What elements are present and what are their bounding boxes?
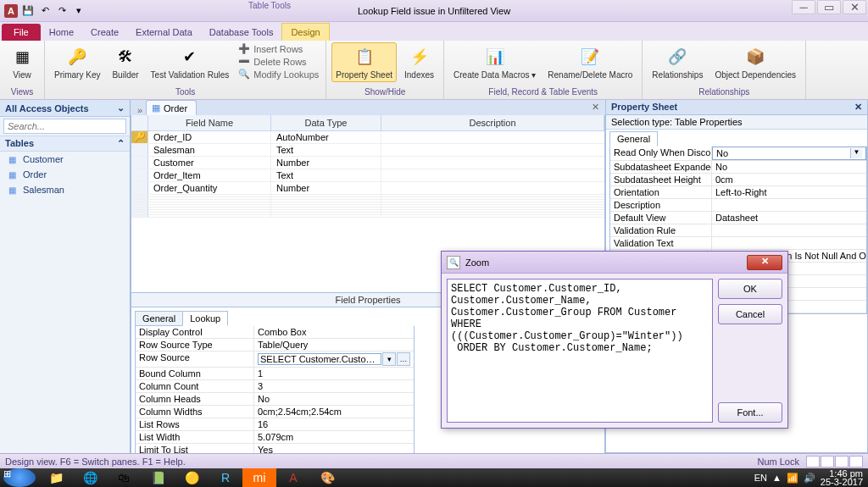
lookup-prop-row[interactable]: List Rows16: [136, 418, 414, 431]
save-icon[interactable]: 💾: [20, 3, 36, 19]
delete-rows-button[interactable]: ➖Delete Rows: [236, 55, 320, 68]
create-data-macros-button[interactable]: 📊Create Data Macros ▾: [449, 42, 540, 82]
start-button[interactable]: ⊞: [3, 468, 36, 487]
nav-item-salesman[interactable]: Salesman: [0, 182, 130, 197]
tray-network-icon: 📶: [787, 473, 798, 484]
lookup-prop-row[interactable]: Column Count3: [136, 380, 414, 393]
tab-lookup[interactable]: Lookup: [182, 311, 228, 326]
tab-external-data[interactable]: External Data: [127, 24, 201, 41]
field-row[interactable]: Order_ItemText: [131, 169, 604, 182]
restore-button[interactable]: ▭: [817, 0, 841, 14]
lookup-prop-row[interactable]: Bound Column1: [136, 368, 414, 380]
minimize-button[interactable]: ─: [792, 0, 815, 14]
property-row[interactable]: Validation Text: [610, 237, 866, 250]
system-tray[interactable]: EN ▲ 📶 🔊 1:46 pm25-3-2017: [749, 469, 868, 486]
object-tab-close[interactable]: ✕: [588, 102, 602, 115]
tab-general[interactable]: General: [135, 311, 183, 326]
ok-button[interactable]: OK: [718, 279, 782, 299]
builder-button[interactable]: 🛠Builder: [108, 42, 142, 82]
zoom-title: Zoom: [465, 257, 489, 268]
group-label-tools: Tools: [50, 87, 320, 99]
ps-tab-general[interactable]: General: [609, 131, 658, 147]
relationships-button[interactable]: 🔗Relationships: [648, 42, 707, 82]
delete-row-icon: ➖: [238, 56, 250, 67]
undo-icon[interactable]: ↶: [37, 3, 53, 19]
close-button[interactable]: ✕: [843, 0, 866, 14]
field-row[interactable]: SalesmanText: [131, 144, 604, 157]
lookup-prop-row[interactable]: List Width5.079cm: [136, 431, 414, 444]
file-tab[interactable]: File: [2, 24, 41, 41]
tray-clock[interactable]: 1:46 pm25-3-2017: [821, 469, 863, 486]
tb-mi[interactable]: mi: [242, 468, 276, 487]
view-button[interactable]: ▦View: [5, 42, 39, 82]
indexes-button[interactable]: ⚡Indexes: [400, 42, 438, 82]
builder-icon[interactable]: …: [397, 352, 410, 366]
primary-key-button[interactable]: 🔑Primary Key: [50, 42, 104, 82]
validation-icon: ✔: [178, 45, 202, 69]
tab-design[interactable]: Design: [281, 23, 329, 41]
navigation-pane: All Access Objects⌄ Tables⌃ CustomerOrde…: [0, 100, 131, 453]
indexes-icon: ⚡: [408, 45, 431, 69]
search-input[interactable]: [3, 119, 126, 134]
tab-home[interactable]: Home: [41, 24, 82, 41]
qat-more-icon[interactable]: ▾: [71, 3, 86, 19]
property-row[interactable]: OrientationLeft-to-Right: [610, 186, 866, 199]
property-sheet-close[interactable]: ✕: [854, 102, 862, 113]
tray-lang[interactable]: EN: [754, 473, 767, 483]
tb-app[interactable]: R: [209, 468, 242, 487]
rename-delete-macro-button[interactable]: 📝Rename/Delete Macro: [543, 42, 637, 82]
group-label-events: Field, Record & Table Events: [449, 87, 637, 99]
cancel-button[interactable]: Cancel: [718, 304, 782, 324]
tb-explorer[interactable]: 📁: [39, 468, 73, 487]
property-row[interactable]: Subdatasheet ExpandedNo: [610, 161, 866, 174]
nav-shutter-bar[interactable]: »: [134, 105, 146, 115]
quick-access-toolbar: A 💾 ↶ ↷ ▾: [3, 3, 86, 19]
contextual-tab-label: Table Tools: [245, 0, 294, 10]
modify-lookups-button[interactable]: 🔍Modify Lookups: [236, 68, 320, 80]
nav-item-customer[interactable]: Customer: [0, 152, 130, 167]
macro-edit-icon: 📝: [578, 45, 602, 69]
nav-group-tables[interactable]: Tables⌃: [0, 136, 130, 152]
field-row[interactable]: 🔑Order_IDAutoNumber: [131, 131, 604, 144]
lookup-prop-row[interactable]: Display ControlCombo Box: [136, 326, 414, 339]
tb-ie[interactable]: 🌐: [73, 468, 107, 487]
object-tab-order[interactable]: ▦Order: [146, 100, 197, 115]
tab-create[interactable]: Create: [82, 24, 127, 41]
chevron-down-icon[interactable]: ⌄: [117, 102, 125, 113]
property-row[interactable]: Default ViewDatasheet: [610, 212, 866, 224]
redo-icon[interactable]: ↷: [54, 3, 70, 19]
property-row[interactable]: Validation Rule: [610, 224, 866, 237]
tb-chrome[interactable]: 🟡: [175, 468, 209, 487]
nav-item-order[interactable]: Order: [0, 167, 130, 182]
selection-type: Selection type: Table Properties: [606, 115, 867, 130]
property-row[interactable]: Description: [610, 199, 866, 212]
window-title: Lookup Field issue in Unfiltered View: [0, 6, 868, 16]
dropdown-icon[interactable]: ▾: [382, 352, 396, 366]
builder-icon: 🛠: [114, 45, 137, 69]
test-validation-button[interactable]: ✔Test Validation Rules: [147, 42, 234, 82]
nav-header[interactable]: All Access Objects⌄: [0, 100, 130, 117]
lookup-prop-row[interactable]: Column HeadsNo: [136, 393, 414, 406]
tb-paint[interactable]: 🎨: [310, 468, 344, 487]
view-shortcuts[interactable]: [806, 456, 863, 468]
zoom-titlebar[interactable]: 🔍 Zoom ✕: [442, 252, 787, 274]
field-row[interactable]: CustomerNumber: [131, 157, 604, 169]
lookup-prop-row[interactable]: Row Source TypeTable/Query: [136, 339, 414, 351]
property-row[interactable]: Read Only When DisconnectedNo▼: [610, 147, 866, 161]
insert-rows-button[interactable]: ➕Insert Rows: [236, 42, 320, 55]
property-sheet-button[interactable]: 📋Property Sheet: [331, 42, 397, 82]
lookup-prop-row[interactable]: Column Widths0cm;2.54cm;2.54cm: [136, 406, 414, 418]
collapse-icon[interactable]: ⌃: [117, 138, 125, 149]
property-row[interactable]: Subdatasheet Height0cm: [610, 174, 866, 186]
font-button[interactable]: Font...: [718, 402, 782, 423]
zoom-close-button[interactable]: ✕: [747, 255, 782, 270]
tb-access[interactable]: A: [276, 468, 310, 487]
tb-store[interactable]: 🛍: [107, 468, 141, 487]
tb-excel[interactable]: 📗: [141, 468, 175, 487]
field-row[interactable]: Order_QuantityNumber: [131, 182, 604, 195]
object-dependencies-button[interactable]: 📦Object Dependencies: [710, 42, 800, 82]
tab-database-tools[interactable]: Database Tools: [201, 24, 282, 41]
zoom-textarea[interactable]: SELECT Customer.Customer_ID, Customer.Cu…: [447, 279, 713, 423]
dropdown-icon[interactable]: ▼: [850, 148, 862, 158]
lookup-prop-row[interactable]: Row SourceSELECT Customer.Customer_ID, C…: [136, 351, 414, 368]
